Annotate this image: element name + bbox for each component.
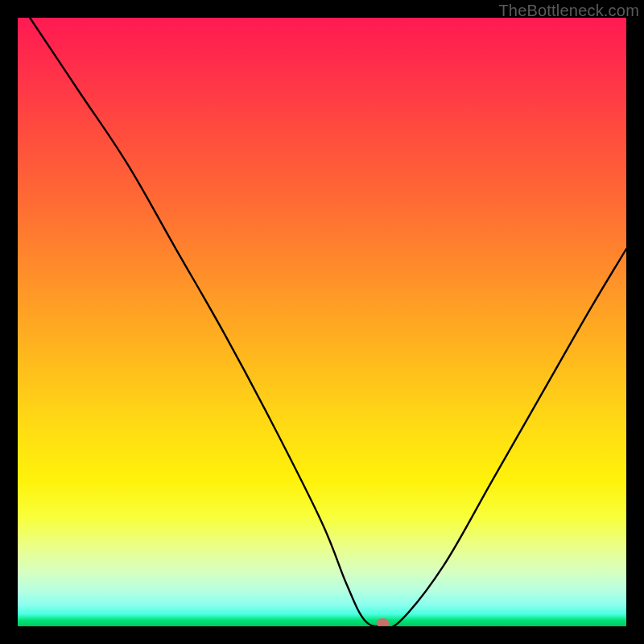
bottleneck-curve bbox=[18, 18, 626, 626]
optimal-point-marker bbox=[377, 618, 390, 626]
plot-area bbox=[18, 18, 626, 626]
watermark-text: TheBottleneck.com bbox=[498, 2, 639, 20]
chart-frame bbox=[18, 18, 626, 626]
